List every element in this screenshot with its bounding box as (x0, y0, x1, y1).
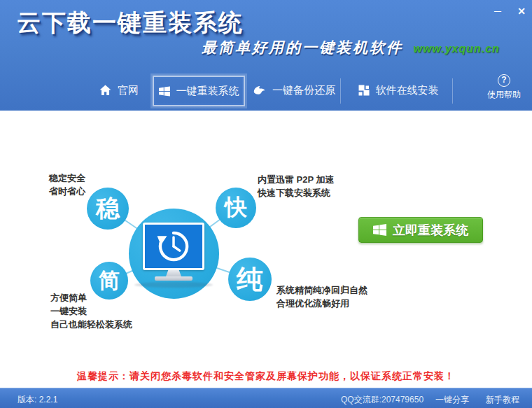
slogan-row: 最简单好用的一键装机软件 www.yxqun.cn (202, 38, 500, 57)
app-window: 云下载一键重装系统 ─ ✕ 最简单好用的一键装机软件 www.yxqun.cn … (0, 0, 532, 408)
feature-circle-stable: 稳 (87, 188, 129, 230)
time-machine-monitor-icon (143, 223, 204, 270)
share-button[interactable]: 一键分享 (435, 394, 469, 406)
monitor-shadow (134, 282, 213, 288)
monitor-stand-base (155, 276, 192, 281)
feature-char: 稳 (96, 192, 120, 225)
help-question-icon: ? (498, 74, 510, 87)
main-content: 稳 快 简 纯 稳定安全 省时省心 内置迅雷 P2P 加速 (0, 111, 532, 388)
nav-separator (340, 78, 341, 104)
feature-desc-stable: 稳定安全 省时省心 (49, 171, 85, 198)
minimize-button[interactable]: ─ (489, 4, 507, 18)
nav-label: 一键备份还原 (272, 84, 335, 97)
monitor-stand-neck (166, 270, 181, 276)
slogan-text: 最简单好用的一键装机软件 (202, 38, 403, 57)
nav-label: 一键重装系统 (176, 85, 239, 98)
nav-label: 官网 (118, 84, 139, 97)
nav-item-software-install[interactable]: 软件在线安装 (346, 74, 450, 106)
reinstall-now-button[interactable]: 立即重装系统 (358, 217, 483, 243)
center-circle (129, 209, 219, 299)
statusbar: 版本: 2.2.1 QQ交流群:207479650 一键分享 新手教程 (0, 388, 532, 408)
nav-item-official-site[interactable]: 官网 (91, 74, 147, 106)
feature-desc-simple: 方便简单 一键安装 自己也能轻松装系统 (50, 291, 132, 331)
feature-char: 纯 (237, 262, 263, 297)
feature-circle-pure: 纯 (228, 258, 272, 301)
windows-icon (373, 224, 386, 236)
website-link[interactable]: www.yxqun.cn (413, 43, 499, 55)
windows-icon (159, 86, 170, 97)
feature-char: 快 (225, 192, 247, 223)
version-label: 版本: 2.2.1 (18, 394, 57, 406)
close-button[interactable]: ✕ (512, 4, 531, 18)
nav-separator (452, 78, 453, 104)
feature-desc-fast: 内置迅雷 P2P 加速 快速下载安装系统 (258, 173, 335, 199)
reinstall-now-label: 立即重装系统 (393, 222, 468, 239)
nav-label: 软件在线安装 (376, 84, 439, 97)
nav-item-backup-restore[interactable]: 一键备份还原 (250, 74, 338, 106)
tutorial-button[interactable]: 新手教程 (486, 394, 519, 406)
feature-desc-pure: 系统精简纯净回归自然 合理优化流畅好用 (276, 283, 368, 310)
backup-bird-icon (253, 85, 266, 96)
nav-item-reinstall-system[interactable]: 一键重装系统 (153, 76, 245, 106)
software-grid-icon (358, 85, 370, 96)
help-label: 使用帮助 (487, 89, 521, 101)
app-title: 云下载一键重装系统 (17, 7, 244, 39)
warning-tip: 温馨提示：请关闭您杀毒软件和安全管家及屏幕保护功能，以保证系统正常安装！ (0, 370, 532, 383)
restore-clock-icon (155, 228, 192, 265)
titlebar: 云下载一键重装系统 ─ ✕ 最简单好用的一键装机软件 www.yxqun.cn … (0, 0, 532, 111)
qq-group-label: QQ交流群:207479650 (341, 394, 424, 406)
help-button[interactable]: ? 使用帮助 (482, 74, 526, 106)
home-icon (99, 85, 111, 96)
feature-circle-fast: 快 (216, 188, 256, 228)
